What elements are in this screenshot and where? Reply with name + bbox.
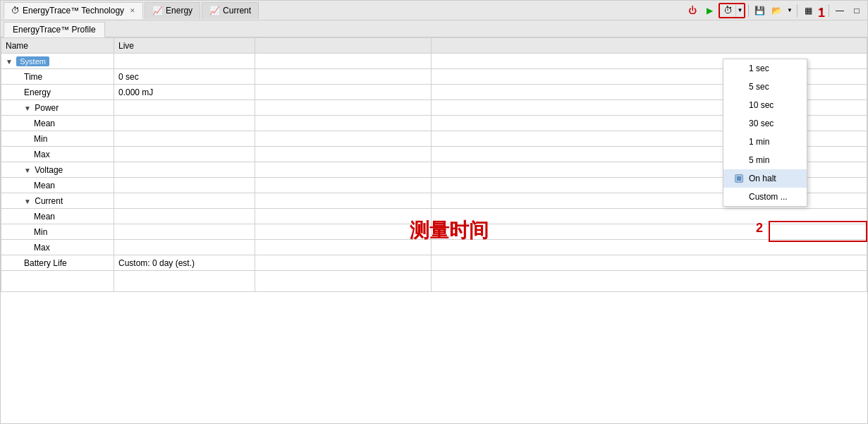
folder-dropdown-arrow[interactable]: ▼: [786, 3, 794, 18]
profile-tab-strip: EnergyTrace™ Profile: [1, 20, 867, 37]
table-row-empty: [1, 271, 867, 292]
battery-name-cell: Battery Life: [1, 255, 114, 271]
folder-icon: 📂: [771, 6, 782, 16]
clock-dropdown-button[interactable]: ⏱ ▼: [719, 3, 745, 18]
radio-empty-5: [735, 138, 743, 146]
item-5sec-label: 5 sec: [749, 82, 769, 92]
system-name-cell: ▼ System: [1, 54, 114, 69]
current-max-name: Max: [1, 240, 114, 255]
item-30sec-label: 30 sec: [749, 119, 774, 128]
energytrace-icon: ⏱: [11, 6, 20, 16]
play-icon: ▶: [707, 6, 713, 16]
dropdown-item-custom[interactable]: Custom ...: [723, 188, 807, 206]
table-row: Max: [1, 240, 867, 255]
tab-energy-label: Energy: [166, 6, 192, 16]
grid-dropdown-arrow[interactable]: ▼: [817, 3, 826, 18]
dropdown-item-5sec[interactable]: 5 sec: [723, 78, 807, 96]
radio-empty-2: [735, 83, 743, 91]
radio-empty-1: [735, 64, 743, 73]
tab-current-label: Current: [223, 6, 251, 16]
power-button[interactable]: ⏻: [685, 3, 700, 18]
system-badge: System: [16, 56, 49, 66]
play-button[interactable]: ▶: [702, 3, 717, 18]
time-name-cell: Time: [1, 69, 114, 85]
tab-bar: ⏱ EnergyTrace™ Technology ✕ 📈 Energy 📈 C…: [1, 1, 867, 20]
system-expand-icon[interactable]: ▼: [6, 58, 13, 66]
clock-dropdown-arrow[interactable]: ▼: [735, 4, 744, 17]
dropdown-item-5min[interactable]: 5 min: [723, 151, 807, 169]
current-expand-icon[interactable]: ▼: [24, 198, 31, 205]
current-min-name: Min: [1, 224, 114, 240]
power-max-name: Max: [1, 147, 114, 162]
item-custom-label: Custom ...: [749, 192, 788, 202]
save-button[interactable]: 💾: [752, 3, 767, 18]
save-icon: 💾: [754, 6, 765, 16]
system-col3: [255, 54, 432, 69]
item-1min-label: 1 min: [749, 137, 769, 147]
voltage-expand-icon[interactable]: ▼: [24, 166, 31, 174]
energy-name-cell: Energy: [1, 85, 114, 100]
main-panel: 测量时间 Name Live: [1, 37, 867, 423]
dropdown-item-onhalt[interactable]: On halt: [723, 169, 807, 188]
table-row: Battery Life Custom: 0 day (est.): [1, 255, 867, 271]
profile-tab-label: EnergyTrace™ Profile: [13, 25, 96, 35]
clock-icon: ⏱: [720, 4, 735, 17]
separator-3: [829, 4, 829, 17]
current-mean-name: Mean: [1, 209, 114, 224]
folder-button[interactable]: 📂: [769, 3, 784, 18]
grid-button[interactable]: ▦: [800, 3, 816, 18]
radio-empty-8: [735, 193, 743, 201]
dropdown-menu: 1 sec 5 sec 10 sec 30 sec 1 min 5 min: [723, 59, 807, 207]
item-5min-label: 5 min: [749, 155, 769, 165]
tab-current[interactable]: 📈 Current: [202, 2, 259, 19]
radio-empty-6: [735, 156, 743, 164]
power-mean-name: Mean: [1, 116, 114, 131]
table-header-row: Name Live: [1, 38, 867, 54]
dropdown-item-1min[interactable]: 1 min: [723, 133, 807, 151]
tab-energytrace-label: EnergyTrace™ Technology: [23, 6, 124, 16]
energy-value-cell: 0.000 mJ: [114, 85, 255, 100]
power-expand-icon[interactable]: ▼: [24, 104, 31, 112]
battery-value-cell: Custom: 0 day (est.): [114, 255, 255, 271]
current-name-cell: ▼ Current: [1, 193, 114, 209]
dropdown-item-1sec[interactable]: 1 sec: [723, 59, 807, 78]
grid-icon: ▦: [805, 6, 812, 16]
restore-button[interactable]: □: [849, 3, 864, 18]
power-name-cell: ▼ Power: [1, 100, 114, 116]
voltage-name-cell: ▼ Voltage: [1, 162, 114, 178]
current-icon: 📈: [209, 6, 220, 16]
separator-1: [748, 4, 749, 17]
tab-energytrace[interactable]: ⏱ EnergyTrace™ Technology ✕: [4, 2, 143, 19]
time-value-cell: 0 sec: [114, 69, 255, 85]
radio-dot-onhalt: [735, 174, 743, 183]
profile-tab[interactable]: EnergyTrace™ Profile: [4, 22, 105, 37]
table-row: Mean: [1, 209, 867, 224]
separator-2: [797, 4, 797, 17]
radio-empty-4: [735, 119, 743, 128]
minimize-icon: —: [836, 6, 844, 16]
restore-icon: □: [854, 6, 859, 16]
dropdown-item-30sec[interactable]: 30 sec: [723, 114, 807, 133]
tab-close-icon[interactable]: ✕: [130, 7, 135, 14]
item-1sec-label: 1 sec: [749, 63, 769, 73]
col-name-header: Name: [1, 38, 114, 54]
power-icon: ⏻: [688, 6, 697, 16]
voltage-mean-name: Mean: [1, 178, 114, 193]
tab-energy[interactable]: 📈 Energy: [145, 2, 200, 19]
radio-empty-3: [735, 101, 743, 109]
power-min-name: Min: [1, 131, 114, 147]
system-value-cell: [114, 54, 255, 69]
table-row: Min: [1, 224, 867, 240]
col-4-header: [432, 38, 867, 54]
item-onhalt-label: On halt: [749, 174, 776, 183]
col-3-header: [255, 38, 432, 54]
col-live-header: Live: [114, 38, 255, 54]
minimize-button[interactable]: —: [832, 3, 848, 18]
main-window: ⏱ EnergyTrace™ Technology ✕ 📈 Energy 📈 C…: [0, 0, 868, 424]
energy-icon: 📈: [152, 6, 163, 16]
dropdown-item-10sec[interactable]: 10 sec: [723, 96, 807, 114]
item-10sec-label: 10 sec: [749, 100, 774, 110]
